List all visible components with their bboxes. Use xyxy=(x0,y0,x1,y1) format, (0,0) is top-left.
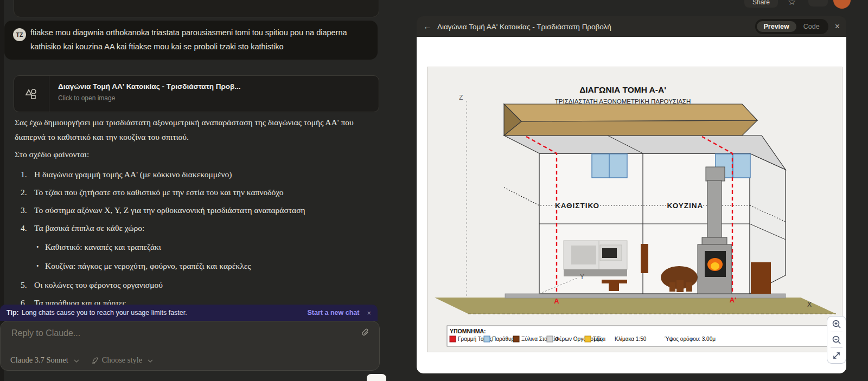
list-item: 3. Το σύστημα αξόνων X, Y, Z για την ορθ… xyxy=(15,204,373,216)
toolbar-button[interactable] xyxy=(808,0,828,7)
legend-swatch xyxy=(585,336,591,342)
start-new-chat-link[interactable]: Start a new chat xyxy=(308,309,360,317)
quill-icon xyxy=(91,357,99,364)
legend-swatch xyxy=(450,336,456,342)
zoom-controls xyxy=(827,316,846,364)
list-item: 4. Τα βασικά έπιπλα σε κάθε χώρο: xyxy=(15,222,373,234)
user-avatar-initials: TZ xyxy=(13,28,26,41)
legend: ΥΠΟΜΝΗΜΑ: Γραμμή Τομής Παράθυρα Ξύλινα Σ… xyxy=(447,326,838,346)
reply-composer: Claude 3.7 Sonnet Choose style xyxy=(0,321,380,371)
tip-prefix: Tip: xyxy=(7,309,19,317)
list-subitem: • Καθιστικό: καναπές και τραπεζάκι xyxy=(36,241,373,253)
window-pane xyxy=(592,154,609,178)
list-subitem: • Κουζίνα: πάγκος με νεροχύτη, φούρνο, τ… xyxy=(36,260,373,272)
legend-floor-height: Ύψος ορόφου: 3.00μ xyxy=(665,336,716,342)
x-axis-label: X xyxy=(807,301,812,308)
back-arrow-icon[interactable]: ← xyxy=(423,22,432,31)
tab-preview[interactable]: Preview xyxy=(757,21,796,32)
z-axis-label: Z xyxy=(459,94,463,101)
list-item: 5. Οι κολώνες του φέροντος οργανισμού xyxy=(15,279,373,290)
flame-inner xyxy=(711,262,719,270)
ground-plane xyxy=(435,298,836,314)
legend-swatch xyxy=(547,336,553,342)
artifact-panel: ← Διαγώνια Τομή ΑΑ' Κατοικίας - Τρισδιάσ… xyxy=(417,16,846,373)
artifact-panel-body: Z X xyxy=(417,37,846,373)
chimney-column xyxy=(707,180,722,238)
chevron-down-icon xyxy=(148,356,153,365)
window-pane xyxy=(733,154,750,178)
chimney-cap xyxy=(706,167,725,181)
room-label-living: ΚΑΘΙΣΤΙΚΟ xyxy=(555,202,599,210)
legend-label: Τζάκι xyxy=(593,336,605,343)
app-window: TZ ftiakse mou diagwnia orthokanoka tria… xyxy=(0,0,868,381)
preview-code-toggle: Preview Code xyxy=(755,19,828,34)
drawing-canvas: Z X xyxy=(427,67,843,352)
room-label-kitchen: ΚΟΥΖΙΝΑ xyxy=(667,202,704,210)
section-label-a-prime: A' xyxy=(730,296,736,304)
drawing-title: ΔΙΑΓΩΝΙΑ ΤΟΜΗ Α-Α' xyxy=(579,85,666,94)
legend-title: ΥΠΟΜΝΗΜΑ: xyxy=(450,328,486,334)
floor-slab xyxy=(505,294,786,298)
assistant-list-header: Στο σχέδιο φαίνονται: xyxy=(15,150,89,159)
tip-text: Long chats cause you to reach your usage… xyxy=(22,309,187,317)
list-item: 1. Η διαγώνια γραμμή τομής ΑΑ' (με κόκκι… xyxy=(15,169,373,180)
roof-slab xyxy=(504,104,757,135)
shapes-icon xyxy=(14,76,49,112)
usage-tip-banner: Tip: Long chats cause you to reach your … xyxy=(0,305,378,321)
user-message-text: ftiakse mou diagwnia orthokanoka triasta… xyxy=(30,25,362,54)
sofa-unit xyxy=(564,241,627,276)
section-label-a: A xyxy=(554,297,559,305)
artifact-panel-title: Διαγώνια Τομή ΑΑ' Κατοικίας - Τρισδιάστα… xyxy=(437,23,611,31)
window-pane xyxy=(609,154,627,178)
wood-panel xyxy=(641,244,648,273)
assistant-intro: Σας έχω δημιουργήσει μια τρισδιάστατη αξ… xyxy=(15,115,371,144)
legend-swatch xyxy=(484,336,490,342)
choose-style-selector[interactable]: Choose style xyxy=(91,356,154,365)
y-axis-label: Y xyxy=(580,273,584,281)
section-drawing: Z X xyxy=(427,67,842,352)
artifact-card[interactable]: Διαγώνια Τομή ΑΑ' Κατοικίας - Τρισδιάστα… xyxy=(14,75,379,112)
previous-card-cutoff xyxy=(14,0,379,17)
attachment-paperclip-icon[interactable] xyxy=(361,328,371,340)
close-icon[interactable]: × xyxy=(835,22,840,31)
tip-close-icon[interactable]: × xyxy=(367,309,371,317)
kitchen-cabinet xyxy=(751,262,771,294)
model-selector[interactable]: Claude 3.7 Sonnet xyxy=(10,356,68,365)
zoom-out-button[interactable] xyxy=(827,332,846,347)
tab-code[interactable]: Code xyxy=(796,21,827,32)
artifact-card-subtitle: Click to open image xyxy=(58,94,241,102)
assistant-list: 1. Η διαγώνια γραμμή τομής ΑΑ' (με κόκκι… xyxy=(15,169,373,315)
drawing-subtitle: ΤΡΙΣΔΙΑΣΤΑΤΗ ΑΞΟΝΟΜΕΤΡΙΚΗ ΠΑΡΟΥΣΙΑΣΗ xyxy=(555,98,691,105)
artifact-card-title: Διαγώνια Τομή ΑΑ' Κατοικίας - Τρισδιάστα… xyxy=(58,82,241,91)
legend-scale: Κλίμακα 1:50 xyxy=(615,336,647,342)
user-message-bubble: TZ ftiakse mou diagwnia orthokanoka tria… xyxy=(4,21,378,60)
account-avatar[interactable] xyxy=(833,0,851,9)
artifact-card-meta: Διαγώνια Τομή ΑΑ' Κατοικίας - Τρισδιάστα… xyxy=(49,76,250,112)
share-button[interactable]: Share xyxy=(744,0,778,8)
legend-swatch xyxy=(513,336,519,342)
star-icon[interactable]: ☆ xyxy=(788,0,796,8)
scroll-to-bottom-button[interactable] xyxy=(367,374,386,381)
chevron-down-icon xyxy=(74,356,79,365)
zoom-in-button[interactable] xyxy=(827,317,846,332)
reply-input[interactable] xyxy=(10,328,338,339)
artifact-panel-header: ← Διαγώνια Τομή ΑΑ' Κατοικίας - Τρισδιάσ… xyxy=(417,16,846,37)
expand-button[interactable] xyxy=(827,348,846,363)
list-item: 2. Το τζάκι που ζητήσατε στο καθιστικό μ… xyxy=(15,186,373,198)
